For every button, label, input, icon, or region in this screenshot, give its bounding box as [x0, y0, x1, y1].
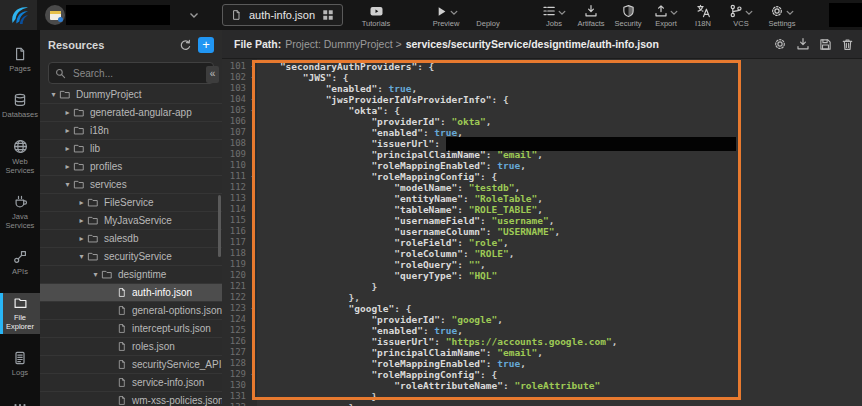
toolbar-item-i18n[interactable]: I18N: [688, 0, 718, 30]
fold-marker-icon[interactable]: -: [248, 61, 257, 72]
toolbar-item-export[interactable]: Export: [646, 0, 686, 30]
chevron-down-icon[interactable]: [558, 10, 566, 16]
code-line-110[interactable]: 110 "roleMappingEnabled": true,: [222, 160, 862, 171]
code-line-121[interactable]: 121 }: [222, 281, 862, 292]
fold-marker-icon[interactable]: -: [248, 94, 257, 105]
code-line-102[interactable]: 102- "JWS": {: [222, 72, 862, 83]
panel-scrollbar[interactable]: [218, 195, 221, 257]
arrow-collapsed-icon[interactable]: ▸: [62, 108, 73, 117]
code-line-106[interactable]: 106 "providerId": "okta",: [222, 116, 862, 127]
tree-item-fileservice[interactable]: ▸FileService: [40, 194, 222, 212]
arrow-collapsed-icon[interactable]: ▸: [62, 162, 73, 171]
toolbar-item-jobs[interactable]: Jobs: [536, 0, 572, 30]
trash-icon[interactable]: [841, 38, 854, 51]
chevron-down-icon[interactable]: [189, 12, 199, 19]
code-line-103[interactable]: 103 "enabled": true,: [222, 83, 862, 94]
tree-item-wm-xss-policies.json[interactable]: wm-xss-policies.json: [40, 392, 222, 406]
code-line-127[interactable]: 127 "principalClaimName": "email",: [222, 347, 862, 358]
grid-icon[interactable]: [322, 9, 334, 21]
code-line-126[interactable]: 126 "issuerUrl": "https://accounts.googl…: [222, 336, 862, 347]
tree-item-securityservice_api.js[interactable]: securityService_API.js: [40, 356, 222, 374]
code-line-111[interactable]: 111- "roleMappingConfig": {: [222, 171, 862, 182]
project-avatar[interactable]: [45, 5, 65, 25]
toolbar-item-settings[interactable]: Settings: [760, 0, 804, 30]
code-line-112[interactable]: 112 "modelName": "testdb",: [222, 182, 862, 193]
sidebar-item-logs[interactable]: Logs: [0, 348, 40, 380]
code-line-128[interactable]: 128 "roleMappingEnabled": true,: [222, 358, 862, 369]
tree-item-salesdb[interactable]: ▸salesdb: [40, 230, 222, 248]
code-editor[interactable]: 101- "secondaryAuthProviders": {102- "JW…: [222, 59, 862, 406]
tree-item-designtime[interactable]: ▾designtime: [40, 266, 222, 284]
toolbar-item-artifacts[interactable]: Artifacts: [572, 0, 610, 30]
tree-item-dummyproject[interactable]: ▾DummyProject: [40, 86, 222, 104]
arrow-expanded-icon[interactable]: ▾: [76, 252, 87, 261]
tree-item-myjavaservice[interactable]: ▸MyJavaService: [40, 212, 222, 230]
code-line-101[interactable]: 101- "secondaryAuthProviders": {: [222, 61, 862, 72]
code-line-117[interactable]: 117 "roleField": "role",: [222, 237, 862, 248]
arrow-collapsed-icon[interactable]: ▸: [76, 198, 87, 207]
code-line-120[interactable]: 120 "queryType": "HQL": [222, 270, 862, 281]
arrow-expanded-icon[interactable]: ▾: [90, 270, 101, 279]
sidebar-item-databases[interactable]: Databases: [0, 90, 40, 122]
fold-marker-icon[interactable]: -: [248, 171, 257, 182]
fold-marker-icon[interactable]: -: [248, 105, 257, 116]
tree-item-profiles[interactable]: ▸profiles: [40, 158, 222, 176]
arrow-expanded-icon[interactable]: ▾: [62, 180, 73, 189]
gear-icon[interactable]: [773, 37, 787, 51]
tree-item-intercept-urls.json[interactable]: intercept-urls.json: [40, 320, 222, 338]
collapse-panel-button[interactable]: «: [206, 66, 219, 83]
tree-item-securityservice[interactable]: ▾securityService: [40, 248, 222, 266]
download-icon[interactable]: [796, 37, 810, 51]
toolbar-item-deploy[interactable]: Deploy: [470, 0, 506, 30]
code-line-113[interactable]: 113 "entityName": "RoleTable",: [222, 193, 862, 204]
code-line-122[interactable]: 122 },: [222, 292, 862, 303]
code-line-123[interactable]: 123- "google": {: [222, 303, 862, 314]
code-line-130[interactable]: 130 "roleAttributeName": "roleAttribute": [222, 380, 862, 391]
code-line-109[interactable]: 109 "principalClaimName": "email",: [222, 149, 862, 160]
sidebar-item-pages[interactable]: Pages: [0, 44, 40, 76]
fold-marker-icon[interactable]: -: [248, 369, 257, 380]
code-line-115[interactable]: 115 "usernameField": "username",: [222, 215, 862, 226]
fold-marker-icon[interactable]: -: [248, 72, 257, 83]
add-resource-button[interactable]: +: [198, 37, 214, 53]
toolbar-item-security[interactable]: Security: [610, 0, 646, 30]
code-line-116[interactable]: 116 "usernameColumn": "USERNAME",: [222, 226, 862, 237]
tree-item-roles.json[interactable]: roles.json: [40, 338, 222, 356]
arrow-collapsed-icon[interactable]: ▸: [76, 234, 87, 243]
sidebar-item-java-services[interactable]: JavaServices: [0, 192, 40, 233]
refresh-icon[interactable]: [179, 39, 192, 52]
tree-item-i18n[interactable]: ▸i18n: [40, 122, 222, 140]
chevron-down-icon[interactable]: [450, 10, 458, 16]
code-line-131[interactable]: 131 }: [222, 391, 862, 402]
sidebar-item-file-explorer[interactable]: FileExplorer: [0, 293, 40, 334]
arrow-collapsed-icon[interactable]: ▸: [62, 144, 73, 153]
tree-item-lib[interactable]: ▸lib: [40, 140, 222, 158]
save-icon[interactable]: [819, 38, 832, 51]
search-input[interactable]: [71, 67, 207, 80]
tree-item-general-options.json[interactable]: general-options.json: [40, 302, 222, 320]
sidebar-item-web-services[interactable]: WebServices: [0, 136, 40, 178]
chevron-down-icon[interactable]: [786, 10, 794, 16]
code-line-114[interactable]: 114 "tableName": "ROLE_TABLE",: [222, 204, 862, 215]
tree-item-generated-angular-app[interactable]: ▸generated-angular-app: [40, 104, 222, 122]
sidebar-item-apis[interactable]: APIs: [0, 247, 40, 279]
arrow-expanded-icon[interactable]: ▾: [48, 90, 59, 99]
chevron-down-icon[interactable]: [745, 10, 753, 16]
resource-search[interactable]: [48, 62, 214, 84]
code-line-108[interactable]: 108 "issuerUrl":: [222, 138, 862, 149]
toolbar-item-preview[interactable]: Preview: [424, 0, 468, 30]
open-file-tab[interactable]: auth-info.json: [222, 4, 343, 26]
tree-item-auth-info.json[interactable]: auth-info.json: [40, 284, 222, 302]
code-line-124[interactable]: 124 "providerId": "google",: [222, 314, 862, 325]
tree-item-services[interactable]: ▾services: [40, 176, 222, 194]
code-line-129[interactable]: 129- "roleMappingConfig": {: [222, 369, 862, 380]
toolbar-item-vcs[interactable]: VCS: [724, 0, 758, 30]
fold-marker-icon[interactable]: -: [248, 303, 257, 314]
toolbar-item-tutorials[interactable]: Tutorials: [356, 0, 396, 30]
code-line-132[interactable]: 132 }: [222, 402, 862, 406]
arrow-collapsed-icon[interactable]: ▸: [62, 126, 73, 135]
code-line-119[interactable]: 119 "roleQuery": "",: [222, 259, 862, 270]
app-logo[interactable]: [0, 0, 37, 30]
more-options-button[interactable]: [0, 394, 40, 406]
arrow-collapsed-icon[interactable]: ▸: [76, 216, 87, 225]
